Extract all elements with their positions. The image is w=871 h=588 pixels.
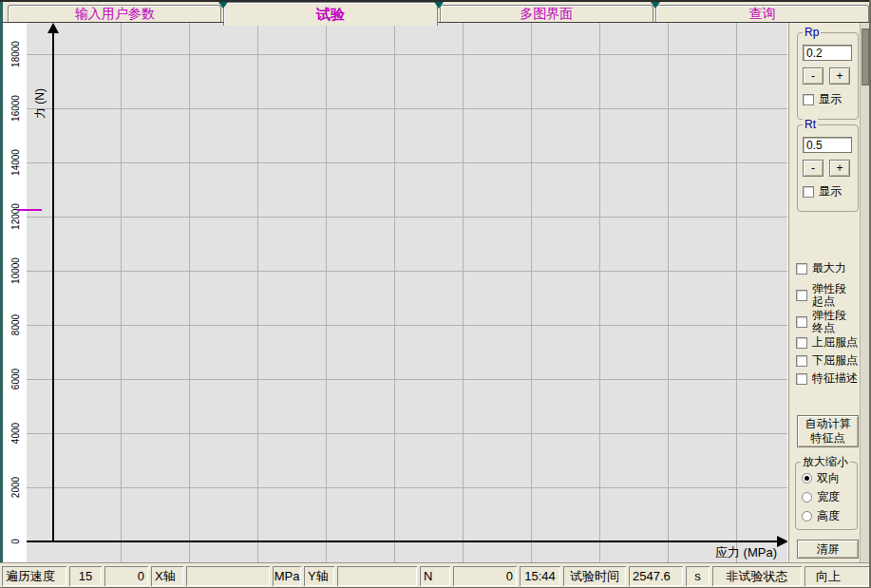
checkbox-elastic-end[interactable]: 弹性段 终点 (796, 310, 846, 334)
width-radio[interactable] (802, 492, 812, 503)
zoom-mode-group-label: 放大缩小 (801, 455, 850, 468)
rp-increase-button[interactable]: + (829, 67, 850, 85)
gridline (121, 23, 122, 562)
y-axis-arrow-icon (47, 23, 59, 33)
tab-bar: 输入用户参数 试验 多图界面 查询 (3, 2, 869, 23)
rt-group-label: Rt (803, 118, 818, 131)
x-axis-arrow-icon (777, 536, 788, 547)
y-axis-name-label: Y轴 (304, 566, 334, 586)
gridline (27, 108, 788, 109)
rt-increase-button[interactable]: + (829, 160, 850, 177)
gridline (27, 379, 788, 380)
checkbox-lower-yield[interactable]: 下屈服点 (796, 354, 858, 367)
gridline (27, 487, 788, 488)
test-state-badge: 非试验状态 (712, 566, 802, 586)
max-force-label: 最大力 (812, 262, 846, 275)
lower-yield-checkbox[interactable] (796, 355, 807, 367)
x-axis-name-label: X轴 (151, 566, 183, 586)
tab-separator-marker-icon (651, 2, 660, 9)
x-axis-value (186, 566, 270, 586)
elastic-start-checkbox[interactable] (796, 290, 807, 301)
rp-show-checkbox[interactable] (803, 94, 814, 105)
counter-value: 0 (104, 566, 148, 586)
scrollbar-thumb[interactable] (862, 28, 869, 85)
y-tick-label: 8000 (10, 314, 21, 335)
gridline (599, 23, 600, 562)
tab-multi-graph[interactable]: 多图界面 (440, 5, 653, 22)
rp-group-label: Rp (803, 26, 821, 39)
gridline (27, 325, 788, 326)
window-border-left (0, 2, 3, 562)
gridline (326, 23, 327, 562)
radio-both-directions[interactable]: 双向 (802, 472, 840, 484)
rt-value-input[interactable] (803, 137, 852, 153)
radio-width[interactable]: 宽度 (802, 491, 840, 503)
y-tick-label: 4000 (10, 423, 21, 444)
gridline (27, 54, 788, 55)
gridline (27, 162, 788, 163)
y-tick-label: 0 (10, 539, 21, 544)
y-tick-label: 2000 (10, 477, 21, 498)
traverse-speed-value: 15 (69, 566, 102, 586)
test-time-unit: s (686, 566, 710, 586)
chart-plot-area[interactable]: 力 (N) 应力 (MPa) (27, 23, 788, 562)
upper-yield-label: 上屈服点 (812, 336, 858, 349)
both-directions-radio[interactable] (802, 473, 812, 484)
rt-group: Rt - + 显示 (797, 124, 859, 212)
rp-decrease-button[interactable]: - (803, 67, 824, 85)
checkbox-feature-desc[interactable]: 特征描述 (796, 372, 858, 385)
gridline (463, 23, 464, 562)
secondary-counter: 0 (453, 566, 517, 586)
x-axis-unit: MPa (273, 566, 301, 586)
gridline (668, 23, 669, 562)
zoom-mode-group: 放大缩小 双向 宽度 高度 (795, 462, 858, 530)
rp-group: Rp - + 显示 (797, 32, 859, 120)
test-time-label: 试验时间 (563, 566, 626, 586)
both-directions-label: 双向 (817, 472, 840, 484)
gridline (27, 217, 788, 218)
gridline (531, 23, 532, 562)
x-axis-line (27, 541, 781, 542)
y-axis-unit: N (420, 566, 450, 586)
magenta-marker-line (17, 209, 42, 211)
height-label: 高度 (817, 510, 840, 522)
gridline (736, 23, 737, 562)
gridline (257, 23, 258, 562)
max-force-checkbox[interactable] (796, 263, 807, 275)
height-radio[interactable] (802, 511, 812, 522)
y-axis-value (337, 566, 417, 586)
lower-yield-label: 下屈服点 (812, 354, 858, 367)
status-bar: 遍历速度 15 0 X轴 MPa Y轴 N 0 15:44 试验时间 2547.… (0, 562, 871, 588)
checkbox-elastic-start[interactable]: 弹性段 起点 (796, 283, 846, 308)
checkbox-max-force[interactable]: 最大力 (796, 262, 846, 275)
y-tick-label: 18000 (10, 41, 21, 67)
rp-show-label: 显示 (819, 93, 842, 105)
test-time-value: 2547.6 (629, 566, 683, 586)
gridline (27, 433, 788, 434)
rt-show-checkbox[interactable] (803, 186, 814, 198)
feature-desc-checkbox[interactable] (796, 373, 807, 385)
y-tick-label: 10000 (10, 257, 21, 284)
tab-test[interactable]: 试验 (223, 2, 437, 26)
rt-decrease-button[interactable]: - (803, 160, 824, 177)
clock: 15:44 (520, 566, 560, 586)
checkbox-upper-yield[interactable]: 上屈服点 (796, 336, 858, 349)
y-tick-label: 16000 (10, 95, 21, 122)
tab-query[interactable]: 查询 (655, 5, 869, 22)
rp-show-checkbox-row[interactable]: 显示 (803, 93, 842, 105)
rt-show-checkbox-row[interactable]: 显示 (803, 185, 842, 198)
upper-yield-checkbox[interactable] (796, 337, 807, 349)
auto-calc-feature-points-button[interactable]: 自动计算 特征点 (797, 415, 859, 447)
elastic-end-checkbox[interactable] (796, 316, 807, 328)
rp-value-input[interactable] (803, 45, 852, 61)
elastic-end-label: 弹性段 终点 (812, 310, 846, 334)
clear-screen-button[interactable]: 清屏 (797, 540, 859, 559)
y-tick-label: 6000 (10, 369, 21, 389)
radio-height[interactable]: 高度 (802, 510, 840, 522)
vertical-scrollbar[interactable] (860, 23, 869, 562)
y-axis-title: 力 (N) (32, 88, 48, 119)
width-label: 宽度 (817, 491, 840, 503)
gridline (189, 23, 190, 562)
tab-input-user-params[interactable]: 输入用户参数 (8, 5, 221, 22)
direction-indicator: 向上 (805, 566, 869, 586)
